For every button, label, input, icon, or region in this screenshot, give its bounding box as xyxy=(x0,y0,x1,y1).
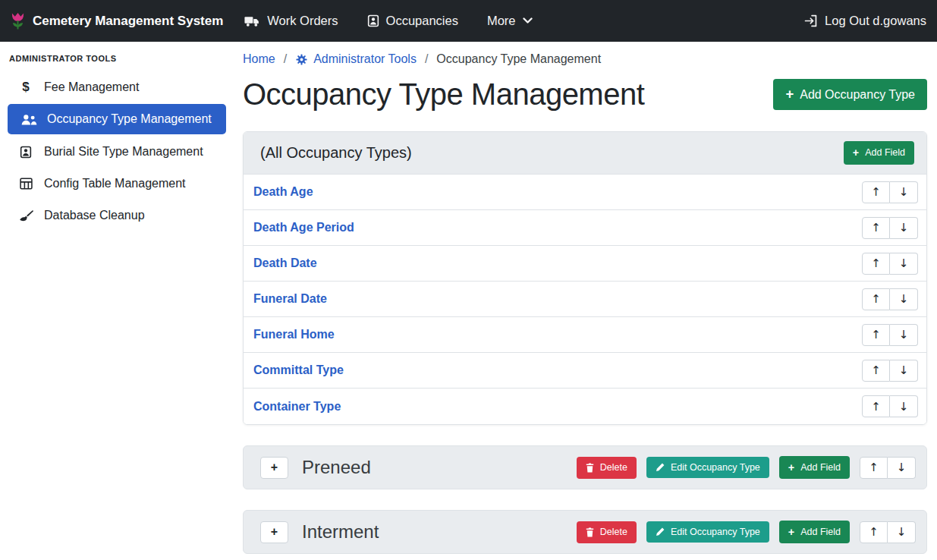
breadcrumb-admin-tools[interactable]: Administrator Tools xyxy=(295,52,417,66)
app-brand[interactable]: Cemetery Management System xyxy=(11,11,223,31)
tulip-logo-icon xyxy=(11,11,25,31)
truck-icon xyxy=(244,15,260,27)
logout-icon xyxy=(803,14,818,27)
portrait-icon xyxy=(367,14,379,27)
logout-label: Log Out d.gowans xyxy=(825,14,926,28)
reorder-button-group: ↑ ↓ xyxy=(862,360,918,382)
app-title: Cemetery Management System xyxy=(33,14,223,29)
portrait-icon xyxy=(17,146,35,159)
add-occupancy-type-button[interactable]: + Add Occupancy Type xyxy=(773,79,927,109)
logout-link[interactable]: Log Out d.gowans xyxy=(803,14,926,28)
move-up-button[interactable]: ↑ xyxy=(862,217,890,239)
section-actions: Delete Edit Occupancy Type + Add Field xyxy=(577,521,916,543)
reorder-button-group: ↑ ↓ xyxy=(862,395,918,417)
main-nav: Work Orders Occupancies More xyxy=(244,14,532,28)
move-up-button[interactable]: ↑ xyxy=(862,324,890,346)
move-up-button[interactable]: ↑ xyxy=(862,253,890,275)
move-down-button[interactable]: ↓ xyxy=(890,253,918,275)
title-row: Occupancy Type Management + Add Occupanc… xyxy=(243,77,927,112)
app-root: Cemetery Management System Work Orders xyxy=(0,0,937,560)
nav-occupancies[interactable]: Occupancies xyxy=(367,14,458,28)
move-up-button[interactable]: ↑ xyxy=(862,360,890,382)
field-row: Death Age ↑ ↓ xyxy=(244,175,926,210)
card-title: (All Occupancy Types) xyxy=(260,144,412,162)
breadcrumb-separator: / xyxy=(284,52,287,66)
plus-icon: + xyxy=(853,147,859,158)
move-up-button[interactable]: ↑ xyxy=(860,457,888,479)
expand-button[interactable]: + xyxy=(260,457,288,479)
navbar-right: Log Out d.gowans xyxy=(803,14,926,28)
nav-more[interactable]: More xyxy=(487,14,533,28)
reorder-button-group: ↑ ↓ xyxy=(860,521,916,543)
sidebar-item-database-cleanup[interactable]: Database Cleanup xyxy=(0,200,228,231)
field-link[interactable]: Funeral Home xyxy=(253,328,335,341)
move-down-button[interactable]: ↓ xyxy=(890,288,918,310)
add-field-button[interactable]: + Add Field xyxy=(844,141,914,164)
sidebar-item-burial-site-type-management[interactable]: Burial Site Type Management xyxy=(0,137,228,167)
edit-occupancy-type-button[interactable]: Edit Occupancy Type xyxy=(646,457,769,479)
move-down-button[interactable]: ↓ xyxy=(888,457,916,479)
reorder-button-group: ↑ ↓ xyxy=(862,181,918,203)
add-occupancy-type-label: Add Occupancy Type xyxy=(800,89,915,101)
all-occupancy-types-card: (All Occupancy Types) + Add Field Death … xyxy=(243,131,927,425)
move-down-button[interactable]: ↓ xyxy=(890,217,918,239)
edit-occupancy-type-label: Edit Occupancy Type xyxy=(671,527,760,537)
move-up-button[interactable]: ↑ xyxy=(860,521,888,543)
nav-work-orders[interactable]: Work Orders xyxy=(244,14,338,28)
edit-occupancy-type-label: Edit Occupancy Type xyxy=(671,463,760,473)
sidebar-item-label: Burial Site Type Management xyxy=(44,145,203,159)
field-row: Container Type ↑ ↓ xyxy=(244,389,926,424)
expand-button[interactable]: + xyxy=(260,521,288,543)
add-field-button[interactable]: + Add Field xyxy=(779,521,850,543)
sidebar-item-label: Config Table Management xyxy=(44,177,186,190)
field-row: Funeral Home ↑ ↓ xyxy=(244,317,926,353)
move-up-button[interactable]: ↑ xyxy=(862,395,890,417)
breadcrumb-separator: / xyxy=(425,52,428,66)
delete-button[interactable]: Delete xyxy=(577,457,637,479)
occupancy-type-section-preneed: + Preneed Delete xyxy=(243,445,927,489)
breadcrumb-home[interactable]: Home xyxy=(243,52,275,66)
sidebar-item-label: Fee Management xyxy=(44,80,139,94)
move-down-button[interactable]: ↓ xyxy=(890,181,918,203)
field-link[interactable]: Death Age Period xyxy=(253,221,354,234)
sidebar-item-fee-management[interactable]: $ Fee Management xyxy=(0,72,228,102)
field-link[interactable]: Container Type xyxy=(253,400,341,414)
add-field-label: Add Field xyxy=(800,527,841,537)
all-occupancy-types-header: (All Occupancy Types) + Add Field xyxy=(244,132,926,175)
move-up-button[interactable]: ↑ xyxy=(862,181,890,203)
dollar-icon: $ xyxy=(17,80,35,95)
reorder-button-group: ↑ ↓ xyxy=(862,324,918,346)
field-link[interactable]: Death Date xyxy=(253,256,317,270)
edit-occupancy-type-button[interactable]: Edit Occupancy Type xyxy=(646,521,769,543)
field-link[interactable]: Death Age xyxy=(253,185,313,199)
main-content: Home / xyxy=(228,42,937,560)
layout: Administrator Tools $ Fee Management Occ… xyxy=(0,42,937,560)
breadcrumb-admin-tools-label: Administrator Tools xyxy=(313,52,417,66)
occupancy-type-title: Interment xyxy=(302,521,379,543)
nav-occupancies-label: Occupancies xyxy=(386,14,458,28)
field-link[interactable]: Committal Type xyxy=(253,363,344,377)
occupancy-type-section-interment: + Interment Delete xyxy=(243,510,927,554)
move-down-button[interactable]: ↓ xyxy=(890,324,918,346)
delete-button[interactable]: Delete xyxy=(577,521,637,543)
move-down-button[interactable]: ↓ xyxy=(890,360,918,382)
move-down-button[interactable]: ↓ xyxy=(890,395,918,417)
sidebar-heading: Administrator Tools xyxy=(0,48,228,72)
sidebar-item-label: Occupancy Type Management xyxy=(47,112,212,126)
move-up-button[interactable]: ↑ xyxy=(862,288,890,310)
reorder-button-group: ↑ ↓ xyxy=(862,253,918,275)
delete-label: Delete xyxy=(600,463,627,473)
sidebar-item-occupancy-type-management[interactable]: Occupancy Type Management xyxy=(8,104,226,134)
field-link[interactable]: Funeral Date xyxy=(253,292,327,306)
table-icon xyxy=(17,178,35,190)
reorder-button-group: ↑ ↓ xyxy=(862,288,918,310)
breadcrumb: Home / xyxy=(243,52,927,66)
sidebar: Administrator Tools $ Fee Management Occ… xyxy=(0,42,228,560)
broom-icon xyxy=(17,209,35,222)
sidebar-item-config-table-management[interactable]: Config Table Management xyxy=(0,168,228,199)
move-down-button[interactable]: ↓ xyxy=(888,521,916,543)
add-field-button[interactable]: + Add Field xyxy=(779,456,850,479)
reorder-button-group: ↑ ↓ xyxy=(860,457,916,479)
pencil-icon xyxy=(656,527,665,536)
add-field-label: Add Field xyxy=(800,463,841,473)
